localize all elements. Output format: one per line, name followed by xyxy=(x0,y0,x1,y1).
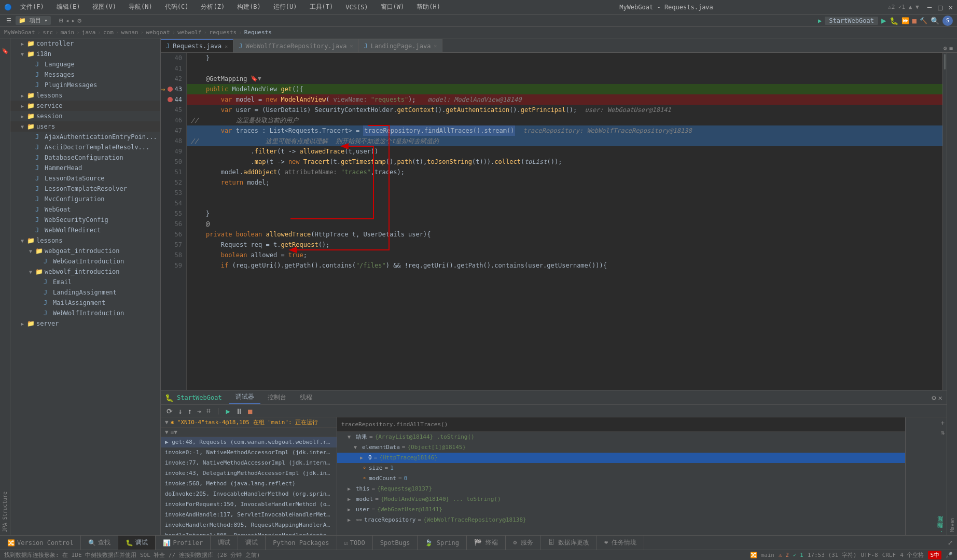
run-button[interactable]: ▶ xyxy=(881,16,886,25)
sidebar-bookmarks-icon[interactable]: 🔖 xyxy=(1,47,10,55)
debug-action-sort[interactable]: ⇅ xyxy=(941,429,945,436)
status-crlf[interactable]: CRLF xyxy=(882,552,896,558)
tree-item-email[interactable]: J Email xyxy=(10,277,160,287)
debug-frame-7[interactable]: invokeHandlerMethod:895, RequestMappingH… xyxy=(161,520,337,530)
tree-item-service[interactable]: ▶ 📁 service xyxy=(10,101,160,111)
stop-button[interactable]: ■ xyxy=(912,17,917,25)
debug-step-over[interactable]: ⟳ xyxy=(165,407,174,416)
tab-debug2[interactable]: 调试 xyxy=(211,536,238,550)
tree-item-websec-config[interactable]: J WebSecurityConfig xyxy=(10,215,160,225)
breadcrumb-main[interactable]: main xyxy=(61,29,75,36)
tab-python-pkgs[interactable]: Python Packages xyxy=(266,536,337,550)
status-warnings[interactable]: ⚠ 2 xyxy=(779,552,789,558)
tab-version-control[interactable]: 🔀 Version Control xyxy=(0,536,81,550)
tree-item-server[interactable]: ▶ 📁 server xyxy=(10,318,160,329)
tree-item-language[interactable]: J Language xyxy=(10,59,160,69)
tree-item-session[interactable]: ▶ 📁 session xyxy=(10,111,160,121)
debug-frame-2[interactable]: invoke:43, DelegatingMethodAccessorImpl … xyxy=(161,468,337,479)
tab-profiler[interactable]: 📊 Profiler xyxy=(156,536,211,550)
tab-requests-close[interactable]: ✕ xyxy=(225,44,228,49)
debug-tab-threads[interactable]: 线程 xyxy=(294,391,318,404)
debug-frame-5[interactable]: invokeForRequest:150, InvocableHandlerMe… xyxy=(161,499,337,510)
toolbar-menu-icon[interactable]: ☰ xyxy=(4,17,13,24)
app-menu-nav[interactable]: 导航(N) xyxy=(124,2,157,12)
tree-item-ajax-auth[interactable]: J AjaxAuthenticationEntryPoin... xyxy=(10,132,160,142)
breadcrumb-java[interactable]: java xyxy=(82,29,96,36)
tree-item-plugin-messages[interactable]: J PluginMessages xyxy=(10,80,160,90)
tree-item-webwolf-redirect[interactable]: J WebWolfRedirect xyxy=(10,225,160,235)
tab-spring[interactable]: 🍃 Spring xyxy=(418,536,467,550)
app-menu-build[interactable]: 构建(B) xyxy=(233,2,265,12)
tree-item-users[interactable]: ▼ 📁 users xyxy=(10,121,160,132)
debug-frame-8[interactable]: handleInternal:808, RequestMappingHandle… xyxy=(161,530,337,535)
tree-item-messages[interactable]: J Messages xyxy=(10,69,160,80)
breadcrumb-requests[interactable]: requests xyxy=(209,29,237,36)
breadcrumb-requests-class[interactable]: Requests xyxy=(244,29,272,36)
expand-icon[interactable]: ⤢ xyxy=(948,539,953,547)
tree-item-webwolf-intro-class[interactable]: J WebWolfIntroduction xyxy=(10,308,160,318)
debug-settings-icon[interactable]: ⚙ xyxy=(932,394,936,402)
toolbar-settings-icon[interactable]: ⚙ xyxy=(77,17,81,24)
tab-debug[interactable]: 🐛 调试 xyxy=(118,536,156,550)
sidebar-structure-icon[interactable]: JPA Structure xyxy=(1,491,9,533)
debug-button[interactable]: 🐛 xyxy=(890,17,898,25)
tree-item-landing-assign[interactable]: J LandingAssignment xyxy=(10,287,160,298)
breadcrumb-webgoat[interactable]: webgoat xyxy=(146,29,170,36)
tree-item-mvc-config[interactable]: J MvcConfiguration xyxy=(10,194,160,204)
tab-landing[interactable]: J LandingPage.java ✕ xyxy=(359,39,443,52)
tree-item-webgoat-intro-folder[interactable]: ▼ 📁 webgoat_introduction xyxy=(10,246,160,256)
code-content[interactable]: } @GetMapping 🔖▼ public ModelAndView get… xyxy=(187,53,942,390)
breadcrumb-src[interactable]: src xyxy=(43,29,53,36)
app-menu-analyze[interactable]: 分析(Z) xyxy=(197,2,229,12)
close-btn[interactable]: ✕ xyxy=(949,3,953,11)
tab-db-changes[interactable]: 🗄 数据库更改 xyxy=(541,536,597,550)
debug-close-icon[interactable]: ✕ xyxy=(938,394,942,402)
var-element-0[interactable]: ▶ 0 = {HttpTrace@18146} xyxy=(337,453,905,463)
minimize-btn[interactable]: ─ xyxy=(927,3,932,11)
app-menu-file[interactable]: 文件(F) xyxy=(16,2,48,12)
debug-step-out[interactable]: ↑ xyxy=(186,407,193,416)
breakpoint-44[interactable] xyxy=(168,97,173,102)
app-menu-view[interactable]: 视图(V) xyxy=(88,2,120,12)
app-menu-vcs[interactable]: VCS(S) xyxy=(341,3,372,12)
debug-tab-console[interactable]: 控制台 xyxy=(261,391,293,404)
breakpoint-43[interactable] xyxy=(168,87,173,92)
status-indent[interactable]: 4 个空格 xyxy=(900,551,924,559)
breadcrumb-wanan[interactable]: wanan xyxy=(121,29,138,36)
debug-frame-current[interactable]: ▶ get:48, Requests (com.wanan.webgoat.we… xyxy=(161,437,337,447)
tree-item-webwolf-intro-folder[interactable]: ▼ 📁 webwolf_introduction xyxy=(10,267,160,277)
tab-landing-close[interactable]: ✕ xyxy=(434,43,437,49)
tree-item-i18n[interactable]: ▼ 📁 i18n xyxy=(10,49,160,59)
breadcrumb-mywebgoat[interactable]: MyWebGoat xyxy=(4,29,35,36)
project-tree[interactable]: ▶ 📁 controller ▼ 📁 i18n J Language xyxy=(10,38,160,535)
tree-item-lesson-ds[interactable]: J LessonDataSource xyxy=(10,173,160,184)
app-menu-tools[interactable]: 工具(T) xyxy=(306,2,338,12)
tree-item-lesson-tr[interactable]: J LessonTemplateResolver xyxy=(10,184,160,194)
tab-tasks[interactable]: ❤ 任务情境 xyxy=(597,536,644,550)
toolbar-arrow-left[interactable]: ◂ xyxy=(65,17,70,24)
tree-item-controller[interactable]: ▶ 📁 controller xyxy=(10,38,160,49)
var-size[interactable]: ⚬ size = 1 xyxy=(337,463,905,473)
toolbar-project-label[interactable]: 📁 项目 ▾ xyxy=(16,16,51,25)
status-encoding[interactable]: UTF-8 xyxy=(861,552,878,558)
right-sidebar-maven[interactable]: Maven xyxy=(949,517,956,533)
debug-stop[interactable]: ■ xyxy=(246,407,254,416)
debug-action-plus[interactable]: + xyxy=(941,419,945,427)
status-git[interactable]: 🔀 main xyxy=(750,552,774,558)
run-config-name[interactable]: StartWebGoat xyxy=(825,17,878,25)
debug-frame-3[interactable]: invoke:568, Method (java.lang.reflect) xyxy=(161,479,337,489)
tree-item-lessons2[interactable]: ▼ 📁 lessons xyxy=(10,235,160,246)
debug-step-in[interactable]: ↓ xyxy=(176,407,184,416)
app-menu-run[interactable]: 运行(U) xyxy=(269,2,301,12)
tree-item-ascii-doctor[interactable]: J AsciiDoctorTemplateResolv... xyxy=(10,142,160,152)
toolbar-search[interactable]: 🔍 xyxy=(931,17,939,25)
breadcrumb-com[interactable]: com xyxy=(103,29,114,36)
tab-requests[interactable]: J Requests.java ✕ xyxy=(161,39,233,52)
tree-item-hammer-head[interactable]: J HammerHead xyxy=(10,163,160,173)
var-user[interactable]: ▶ user = {WebGoatUser@18141} xyxy=(337,505,905,515)
tree-item-webgoat-intro-class[interactable]: J WebGoatIntroduction xyxy=(10,256,160,267)
tree-item-db-config[interactable]: J DatabaseConfiguration xyxy=(10,152,160,163)
tab-terminal[interactable]: 🏁 终端 xyxy=(467,536,506,550)
tab-debug3[interactable]: 调试 xyxy=(238,536,266,550)
editor-gear-icon[interactable]: ⚙ xyxy=(944,45,947,52)
